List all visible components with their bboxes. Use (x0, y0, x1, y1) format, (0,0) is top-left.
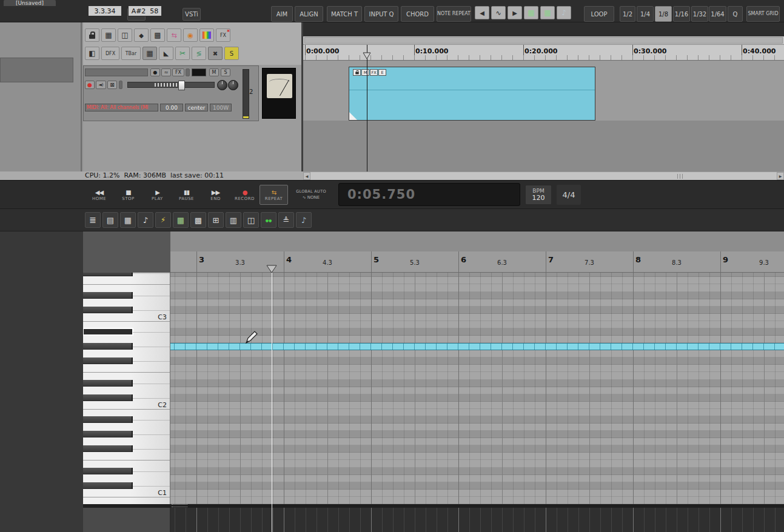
arrange-bottom-scrollbar[interactable]: ◀ ▶ (303, 171, 784, 180)
auto-crossfade-button[interactable]: ◉ (183, 28, 198, 42)
ripple-edit-button[interactable]: ⇆ (167, 28, 181, 42)
view-piano-button[interactable]: ≣ (85, 212, 101, 228)
cut-button[interactable]: ✂ (175, 47, 190, 60)
lane-resize-grip[interactable] (172, 504, 187, 507)
glue-button[interactable]: ≶ (192, 47, 206, 60)
arrange-cursor-handle[interactable] (363, 51, 372, 62)
match-button[interactable]: MATCH T (327, 6, 362, 22)
grid-quantize-button[interactable]: ▦ (173, 212, 189, 228)
width-readout[interactable]: 100W (210, 104, 232, 111)
aim-button[interactable]: AIM (271, 6, 293, 22)
metronome-button[interactable]: ◆ (134, 28, 149, 42)
swing-grid-button[interactable]: ♪ (296, 212, 312, 228)
cc-lane-panel[interactable] (83, 508, 170, 532)
dot-grid-button[interactable]: ▩ (150, 28, 165, 42)
piano-key-black[interactable] (83, 431, 133, 437)
vsti-button[interactable]: VSTi (183, 8, 201, 21)
input-button[interactable]: ⊠ (107, 81, 117, 89)
monitor-speaker-button[interactable]: ◄) (96, 81, 106, 89)
bpm-control[interactable]: BPM 120 (525, 185, 552, 205)
nav-back-button[interactable]: ◀ (475, 6, 489, 19)
fx-global-button[interactable]: FX✖ (216, 28, 230, 42)
midi-note-row[interactable] (170, 343, 784, 350)
step-sequencer-button[interactable]: ▩ (190, 212, 206, 228)
note-repeat-button[interactable]: NOTE REPEAT (437, 6, 471, 22)
split-notes-button[interactable]: ◫ (243, 212, 259, 228)
width-knob[interactable] (228, 80, 238, 90)
piano-key-black[interactable] (83, 328, 133, 335)
arrange-play-cursor[interactable] (367, 45, 367, 171)
grid-extend-left-button[interactable]: ▦ (524, 6, 538, 19)
piano-key-black[interactable] (83, 357, 133, 364)
home-button[interactable]: ◀◀HOME (85, 185, 113, 205)
smart-grid-button[interactable]: SMART GRID (746, 6, 780, 22)
notation-view-button[interactable]: ♪ (138, 212, 153, 228)
grid-1-64-button[interactable]: 1/64 (709, 6, 726, 22)
piano-roll-grid[interactable] (170, 273, 784, 504)
item-fx-badge[interactable]: FX (370, 69, 378, 76)
project-tab[interactable]: [Unsaved] (4, 0, 56, 6)
piano-key-black[interactable] (83, 380, 133, 387)
scroll-right-arrow[interactable]: ▶ (777, 172, 784, 180)
chord-button[interactable]: CHORD (401, 6, 434, 22)
grid-1-32-button[interactable]: 1/32 (691, 6, 708, 22)
item-edit-badge[interactable]: E (378, 69, 386, 76)
cc-lane[interactable] (170, 508, 784, 532)
loop-button[interactable]: LOOP (584, 6, 614, 22)
swing-note-button[interactable]: ♪ (557, 6, 571, 19)
follow-playback-button[interactable]: ●● (261, 212, 276, 228)
scrollbar-grip[interactable] (677, 174, 684, 179)
stop-button[interactable]: ■STOP (114, 185, 142, 205)
timeline-ruler[interactable]: 0:00.0000:10.0000:20.0000:30.0000:40.000 (303, 45, 784, 61)
volume-fader[interactable] (127, 82, 215, 88)
pause-button[interactable]: ▮▮PAUSE (172, 185, 201, 205)
arrange-top-scrollbar-thumb[interactable] (304, 37, 783, 44)
grid-settings-button[interactable]: ▦ (101, 28, 116, 42)
midi-media-item[interactable]: MFXE (349, 67, 595, 121)
record-monitor-button[interactable]: ● (150, 68, 160, 76)
pan-readout[interactable]: center (185, 104, 208, 111)
record-arm-button[interactable]: ● (85, 81, 95, 89)
window-split-button[interactable]: ◫ (118, 28, 132, 42)
arrange-empty-area[interactable] (303, 121, 784, 171)
input-quantize-button[interactable]: INPUT Q (364, 6, 398, 22)
lock-button[interactable] (85, 28, 99, 42)
velocity-tool-button[interactable]: ⚡ (155, 212, 171, 228)
volume-readout[interactable]: 0.00 (160, 104, 183, 111)
phase-button[interactable] (119, 81, 122, 89)
note-hover-readout[interactable]: A#2 58 (128, 5, 162, 16)
track-name-field[interactable] (85, 68, 148, 76)
piano-keyboard[interactable]: C3C2C1 (83, 273, 170, 504)
grid-1-4-button[interactable]: 1/4 (637, 6, 654, 22)
piano-key-black[interactable] (83, 482, 133, 489)
piano-key-black[interactable] (83, 292, 133, 299)
edit-cursor-handle[interactable] (266, 264, 278, 276)
track-control-panel[interactable]: ● ≈ FX M S ● ◄) ⊠ MIDI: All: All channel… (83, 65, 259, 121)
grid-snap-button[interactable]: ▥ (226, 212, 241, 228)
io-button[interactable] (186, 68, 190, 76)
record-button[interactable]: ●RECORD (230, 185, 259, 205)
position-readout[interactable]: 3.3.34 (88, 5, 122, 16)
repeat-button[interactable]: ⇆REPEAT (260, 185, 288, 205)
edit-marker-button[interactable]: ∿ (491, 6, 506, 19)
move-cc-button[interactable]: ⊞ (208, 212, 224, 228)
grid-1-2-button[interactable]: 1/2 (620, 6, 635, 22)
solo-exclusive-button[interactable]: S (224, 47, 239, 60)
view-matrix-button[interactable]: ▦ (120, 212, 136, 228)
end-button[interactable]: ▶▶END (201, 185, 230, 205)
piano-key-black[interactable] (83, 343, 133, 350)
solo-button[interactable]: S (221, 68, 230, 76)
tbar-button[interactable]: TBar (121, 47, 141, 60)
item-fold-corner[interactable] (349, 112, 357, 120)
transport-time-display[interactable]: 0:05.750 (338, 183, 520, 206)
fader-handle[interactable] (178, 81, 185, 90)
grid-1-8-button[interactable]: 1/8 (655, 6, 672, 22)
time-signature-button[interactable]: 4/4 (557, 185, 581, 205)
grid-1-16-button[interactable]: 1/16 (673, 6, 690, 22)
item-mute-badge[interactable]: M (361, 69, 369, 76)
mute-button[interactable]: M (209, 68, 219, 76)
play-button[interactable]: ▶PLAY (143, 185, 172, 205)
piano-key-black[interactable] (83, 445, 133, 452)
envelope-button[interactable]: ≈ (161, 68, 171, 76)
grid-dark-button[interactable]: ▦ (142, 47, 157, 60)
